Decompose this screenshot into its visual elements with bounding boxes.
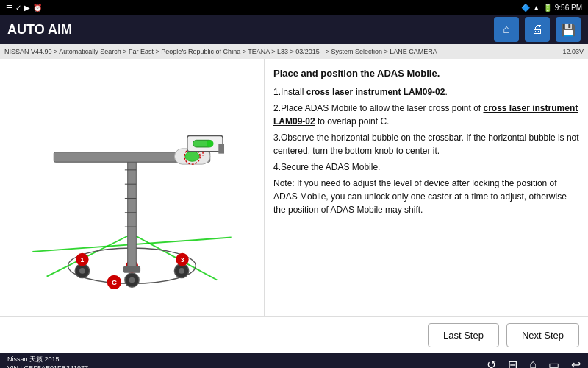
breadcrumb: NISSAN V44.90 > Automatically Search > F… bbox=[0, 44, 588, 59]
refresh-icon[interactable]: ↺ bbox=[487, 358, 496, 369]
bottom-bar: Nissan 天籁 2015 VIN LGBF5AE01FR341977 ↺ ⊟… bbox=[0, 353, 588, 368]
button-row: Last Step Next Step bbox=[0, 316, 588, 353]
save-button[interactable]: 💾 bbox=[556, 17, 581, 42]
main-content: 1 2 3 C bbox=[0, 59, 588, 316]
print-icon: 🖨 bbox=[531, 23, 543, 36]
step3-text: 3.Observe the horizontal bubble on the c… bbox=[273, 131, 579, 158]
svg-text:1: 1 bbox=[80, 256, 84, 263]
menu-icon: ☰ bbox=[6, 4, 12, 12]
home-button[interactable]: ⌂ bbox=[494, 17, 519, 42]
print-button[interactable]: 🖨 bbox=[525, 17, 550, 42]
svg-point-9 bbox=[179, 268, 184, 274]
svg-text:3: 3 bbox=[181, 256, 184, 263]
header-bar: AUTO AIM ⌂ 🖨 💾 bbox=[0, 15, 588, 44]
svg-rect-33 bbox=[123, 266, 140, 273]
vehicle-model: Nissan 天籁 2015 bbox=[7, 355, 88, 364]
home-nav-icon[interactable]: ⌂ bbox=[529, 358, 537, 369]
svg-point-25 bbox=[207, 140, 214, 147]
home-icon: ⌂ bbox=[503, 23, 510, 36]
svg-text:C: C bbox=[112, 278, 117, 286]
recent-apps-icon[interactable]: ⊟ bbox=[508, 358, 517, 369]
status-right-icons: 🔷 ▲ 🔋 9:56 PM bbox=[521, 4, 582, 12]
instruction-title: Place and position the ADAS Mobile. bbox=[273, 66, 579, 81]
version-text: 12.03V bbox=[562, 48, 584, 55]
app-title: AUTO AIM bbox=[7, 22, 487, 38]
step1-text: 1.Install cross laser instrument LAM09-0… bbox=[273, 85, 579, 99]
vehicle-info: Nissan 天籁 2015 VIN LGBF5AE01FR341977 bbox=[7, 355, 88, 368]
text-panel: Place and position the ADAS Mobile. 1.In… bbox=[265, 59, 588, 316]
status-left-icons: ☰ ✓ ▶ ⏰ bbox=[6, 4, 42, 12]
check-icon: ✓ bbox=[15, 4, 21, 12]
battery-icon: 🔋 bbox=[543, 4, 552, 12]
last-step-button[interactable]: Last Step bbox=[428, 323, 499, 347]
status-bar: ☰ ✓ ▶ ⏰ 🔷 ▲ 🔋 9:56 PM bbox=[0, 0, 588, 15]
vehicle-vin: VIN LGBF5AE01FR341977 bbox=[7, 364, 88, 368]
save-icon: 💾 bbox=[561, 23, 576, 37]
image-panel: 1 2 3 C bbox=[0, 59, 265, 316]
step2-text: 2.Place ADAS Mobile to allow the laser c… bbox=[273, 102, 579, 128]
step4-text: 4.Secure the ADAS Mobile. bbox=[273, 160, 579, 174]
breadcrumb-text: NISSAN V44.90 > Automatically Search > F… bbox=[4, 48, 437, 55]
wifi-icon: ▲ bbox=[533, 4, 540, 12]
svg-point-7 bbox=[129, 277, 135, 283]
adas-diagram: 1 2 3 C bbox=[7, 85, 257, 291]
play-icon: ▶ bbox=[24, 4, 30, 12]
next-step-button[interactable]: Next Step bbox=[506, 323, 579, 347]
svg-point-5 bbox=[79, 268, 85, 274]
screenshot-icon[interactable]: ▭ bbox=[548, 358, 559, 369]
back-icon[interactable]: ↩ bbox=[571, 358, 581, 369]
svg-point-21 bbox=[185, 152, 199, 162]
adas-svg: 1 2 3 C bbox=[7, 85, 257, 291]
bluetooth-icon: 🔷 bbox=[521, 4, 530, 12]
nav-bar-icons: ↺ ⊟ ⌂ ▭ ↩ bbox=[487, 358, 581, 369]
header-actions: ⌂ 🖨 💾 bbox=[494, 17, 581, 42]
alarm-icon: ⏰ bbox=[33, 4, 42, 12]
time-display: 9:56 PM bbox=[555, 4, 582, 12]
note-text: Note: If you need to adjust the level of… bbox=[273, 177, 579, 216]
svg-rect-26 bbox=[218, 144, 224, 154]
